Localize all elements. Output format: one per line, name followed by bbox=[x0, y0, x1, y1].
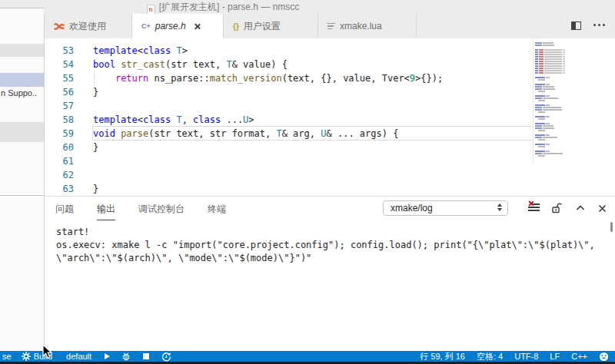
unlock-scroll-icon[interactable] bbox=[551, 202, 562, 213]
tab-label: 用户设置 bbox=[244, 20, 281, 33]
eol-sequence[interactable]: LF bbox=[550, 352, 560, 361]
code-line[interactable]: bool str_cast(str text, T& value) { bbox=[93, 58, 530, 71]
encoding[interactable]: UTF-8 bbox=[514, 352, 538, 361]
close-panel-icon[interactable] bbox=[598, 202, 607, 210]
window-title: h[扩展开发主机] - parse.h — nmscc bbox=[0, 1, 446, 15]
tab-label: 欢迎使用 bbox=[69, 20, 106, 33]
mouse-cursor bbox=[42, 344, 53, 362]
status-bar: se Build default bbox=[0, 351, 615, 362]
code-editor[interactable]: 5354555657585960616263 template<class T>… bbox=[45, 38, 615, 196]
background-window-strip: n Suppo.. bbox=[0, 8, 44, 364]
code-content[interactable]: template<class T>bool str_cast(str text,… bbox=[93, 44, 530, 196]
tab-parse-h[interactable]: C+ parse.h bbox=[132, 14, 224, 38]
panel-header: 问题 输出 调试控制台 终端 xmake/log bbox=[45, 197, 615, 220]
minimap[interactable] bbox=[535, 42, 571, 165]
line-number-gutter: 5354555657585960616263 bbox=[45, 44, 74, 196]
bottom-panel: 问题 输出 调试控制台 终端 xmake/log bbox=[45, 196, 615, 351]
line-number: 63 bbox=[45, 182, 74, 196]
background-list-item-label[interactable]: n Suppo.. bbox=[1, 88, 37, 98]
screen: h[扩展开发主机] - parse.h — nmscc n Suppo.. 欢迎… bbox=[0, 0, 615, 364]
stop-icon[interactable] bbox=[143, 353, 149, 359]
clear-output-icon[interactable] bbox=[527, 202, 540, 213]
line-number: 54 bbox=[45, 58, 74, 71]
tab-label: xmake.lua bbox=[340, 21, 382, 31]
code-line[interactable] bbox=[93, 154, 530, 168]
feedback-smiley-icon[interactable] bbox=[599, 352, 609, 362]
cursor-position[interactable]: 行 59, 列 16 bbox=[420, 351, 465, 362]
vs-logo-icon bbox=[54, 22, 65, 31]
editor-window: 欢迎使用 C+ parse.h {} 用户设置 xmake.lua 53545 bbox=[44, 14, 615, 364]
line-number: 59 bbox=[45, 127, 74, 141]
background-list-item-selected[interactable] bbox=[0, 73, 44, 87]
code-line[interactable]: } bbox=[93, 182, 530, 196]
code-line[interactable]: } bbox=[93, 85, 530, 99]
maximize-panel-icon[interactable] bbox=[576, 202, 585, 211]
output-line: os.execv: xmake l -c "import("core.proje… bbox=[56, 239, 607, 252]
tab-label: parse.h bbox=[155, 21, 186, 31]
gear-icon[interactable] bbox=[22, 352, 31, 361]
indent-guide bbox=[94, 71, 95, 85]
tab-xmake-lua[interactable]: xmake.lua bbox=[318, 14, 417, 38]
language-mode[interactable]: C++ bbox=[571, 352, 587, 361]
lua-file-icon bbox=[327, 23, 335, 30]
debug-bug-icon[interactable] bbox=[121, 352, 131, 361]
line-number: 55 bbox=[45, 71, 74, 85]
window-titlebar: h[扩展开发主机] - parse.h — nmscc bbox=[0, 0, 615, 14]
line-number: 61 bbox=[45, 154, 74, 168]
split-editor-icon[interactable] bbox=[571, 22, 581, 30]
line-number: 58 bbox=[45, 113, 74, 127]
code-line[interactable] bbox=[93, 99, 530, 113]
restart-icon[interactable] bbox=[161, 352, 171, 362]
tab-user-settings[interactable]: {} 用户设置 bbox=[224, 14, 318, 38]
run-icon[interactable] bbox=[105, 353, 110, 359]
code-line[interactable]: template<class T, class ...U> bbox=[93, 113, 530, 127]
background-list-item[interactable] bbox=[0, 44, 44, 57]
panel-action-icons bbox=[45, 202, 615, 214]
background-list-item[interactable] bbox=[0, 122, 44, 142]
current-line-highlight bbox=[92, 126, 534, 141]
line-number: 60 bbox=[45, 141, 74, 154]
output-log[interactable]: start!os.execv: xmake l -c "import("core… bbox=[56, 226, 607, 265]
editor-tabbar: 欢迎使用 C+ parse.h {} 用户设置 xmake.lua bbox=[45, 14, 615, 38]
braces-icon: {} bbox=[233, 22, 239, 31]
tab-close-icon[interactable] bbox=[194, 23, 201, 30]
line-number: 62 bbox=[45, 168, 74, 182]
line-number: 53 bbox=[45, 44, 74, 58]
code-line[interactable]: } bbox=[93, 141, 530, 154]
code-line[interactable]: template<class T> bbox=[93, 44, 530, 58]
panel-scrollbar-thumb[interactable] bbox=[610, 222, 613, 232]
statusbar-left: se Build default bbox=[0, 351, 171, 362]
code-line[interactable]: return ns_parse::match_version(text, {},… bbox=[93, 71, 530, 85]
cpp-file-icon: C+ bbox=[141, 22, 151, 30]
divider bbox=[0, 195, 44, 196]
truncated-status-item[interactable]: se bbox=[2, 352, 12, 361]
line-number: 57 bbox=[45, 99, 74, 113]
code-line[interactable] bbox=[93, 168, 530, 182]
minimap-border bbox=[533, 38, 534, 163]
output-line: start! bbox=[56, 226, 607, 239]
more-actions-icon[interactable] bbox=[593, 24, 607, 26]
window-title-text: [扩展开发主机] - parse.h — nmscc bbox=[159, 2, 300, 12]
statusbar-right: 行 59, 列 16 空格: 4 UTF-8 LF C++ bbox=[420, 351, 615, 362]
indentation[interactable]: 空格: 4 bbox=[477, 351, 503, 362]
build-config-button[interactable]: default bbox=[66, 352, 91, 361]
output-line: \"arch\":\"$(arch)\", \"mode\":\"$(mode)… bbox=[56, 252, 607, 265]
line-number: 56 bbox=[45, 85, 74, 99]
tab-welcome[interactable]: 欢迎使用 bbox=[45, 14, 132, 38]
